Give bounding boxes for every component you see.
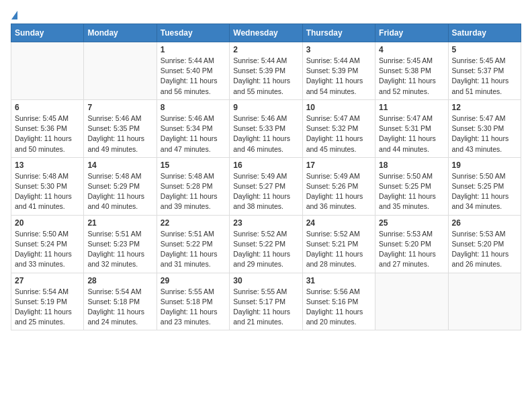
calendar-table: SundayMondayTuesdayWednesdayThursdayFrid…: [11, 24, 521, 330]
day-number: 15: [161, 161, 226, 170]
day-info: Sunrise: 5:45 AMSunset: 5:38 PMDaylight:…: [379, 56, 444, 97]
day-number: 9: [233, 103, 298, 112]
day-of-week-header: Wednesday: [230, 24, 302, 42]
calendar-day-cell: 18Sunrise: 5:50 AMSunset: 5:25 PMDayligh…: [375, 157, 448, 215]
calendar-header-row: SundayMondayTuesdayWednesdayThursdayFrid…: [11, 24, 521, 42]
calendar-week-row: 6Sunrise: 5:45 AMSunset: 5:36 PMDaylight…: [11, 99, 521, 157]
day-info: Sunrise: 5:52 AMSunset: 5:21 PMDaylight:…: [306, 229, 371, 270]
day-number: 12: [452, 103, 517, 112]
calendar-day-cell: 23Sunrise: 5:52 AMSunset: 5:22 PMDayligh…: [230, 215, 302, 273]
calendar-day-cell: 29Sunrise: 5:55 AMSunset: 5:18 PMDayligh…: [157, 273, 229, 330]
calendar-week-row: 20Sunrise: 5:50 AMSunset: 5:24 PMDayligh…: [11, 215, 521, 273]
calendar-day-cell: 3Sunrise: 5:44 AMSunset: 5:39 PMDaylight…: [302, 42, 375, 100]
day-number: 4: [379, 45, 444, 54]
day-info: Sunrise: 5:49 AMSunset: 5:26 PMDaylight:…: [306, 171, 371, 212]
day-of-week-header: Sunday: [11, 24, 84, 42]
calendar-day-cell: 27Sunrise: 5:54 AMSunset: 5:19 PMDayligh…: [11, 273, 84, 330]
day-number: 22: [161, 218, 226, 228]
day-number: 8: [161, 103, 226, 112]
day-of-week-header: Monday: [84, 24, 157, 42]
day-number: 5: [452, 45, 517, 54]
calendar-day-cell: 22Sunrise: 5:51 AMSunset: 5:22 PMDayligh…: [157, 215, 229, 273]
calendar-day-cell: 28Sunrise: 5:54 AMSunset: 5:18 PMDayligh…: [84, 273, 157, 330]
calendar-day-cell: 8Sunrise: 5:46 AMSunset: 5:34 PMDaylight…: [157, 99, 229, 157]
calendar-day-cell: 9Sunrise: 5:46 AMSunset: 5:33 PMDaylight…: [230, 99, 302, 157]
day-number: 7: [87, 103, 152, 112]
logo-triangle-icon: [11, 11, 17, 19]
day-info: Sunrise: 5:48 AMSunset: 5:28 PMDaylight:…: [161, 171, 226, 212]
calendar-day-cell: 15Sunrise: 5:48 AMSunset: 5:28 PMDayligh…: [157, 157, 229, 215]
day-info: Sunrise: 5:46 AMSunset: 5:35 PMDaylight:…: [87, 113, 152, 154]
day-number: 25: [379, 218, 444, 228]
calendar-day-cell: 4Sunrise: 5:45 AMSunset: 5:38 PMDaylight…: [375, 42, 448, 100]
day-number: 17: [306, 161, 371, 170]
day-info: Sunrise: 5:45 AMSunset: 5:37 PMDaylight:…: [452, 56, 517, 97]
day-info: Sunrise: 5:48 AMSunset: 5:29 PMDaylight:…: [87, 171, 152, 212]
calendar-day-cell: [11, 42, 84, 100]
day-number: 21: [87, 218, 152, 228]
calendar-day-cell: 10Sunrise: 5:47 AMSunset: 5:32 PMDayligh…: [302, 99, 375, 157]
day-of-week-header: Tuesday: [157, 24, 229, 42]
day-info: Sunrise: 5:51 AMSunset: 5:22 PMDaylight:…: [161, 229, 226, 270]
day-number: 1: [161, 45, 226, 54]
day-number: 16: [233, 161, 298, 170]
day-number: 30: [233, 276, 298, 285]
day-number: 10: [306, 103, 371, 112]
day-number: 23: [233, 218, 298, 228]
day-number: 31: [306, 276, 371, 285]
logo: [11, 11, 17, 21]
day-number: 18: [379, 161, 444, 170]
day-of-week-header: Friday: [375, 24, 448, 42]
calendar-day-cell: 16Sunrise: 5:49 AMSunset: 5:27 PMDayligh…: [230, 157, 302, 215]
day-info: Sunrise: 5:55 AMSunset: 5:17 PMDaylight:…: [233, 287, 298, 328]
calendar-day-cell: 13Sunrise: 5:48 AMSunset: 5:30 PMDayligh…: [11, 157, 84, 215]
calendar-day-cell: 6Sunrise: 5:45 AMSunset: 5:36 PMDaylight…: [11, 99, 84, 157]
calendar-day-cell: 17Sunrise: 5:49 AMSunset: 5:26 PMDayligh…: [302, 157, 375, 215]
day-info: Sunrise: 5:53 AMSunset: 5:20 PMDaylight:…: [452, 229, 517, 270]
calendar-day-cell: 12Sunrise: 5:47 AMSunset: 5:30 PMDayligh…: [448, 99, 521, 157]
day-info: Sunrise: 5:47 AMSunset: 5:30 PMDaylight:…: [452, 113, 517, 154]
calendar-day-cell: 14Sunrise: 5:48 AMSunset: 5:29 PMDayligh…: [84, 157, 157, 215]
calendar-day-cell: [375, 273, 448, 330]
calendar-day-cell: 5Sunrise: 5:45 AMSunset: 5:37 PMDaylight…: [448, 42, 521, 100]
day-info: Sunrise: 5:50 AMSunset: 5:25 PMDaylight:…: [452, 171, 517, 212]
day-number: 6: [15, 103, 80, 112]
day-number: 26: [452, 218, 517, 228]
day-number: 19: [452, 161, 517, 170]
calendar-day-cell: 20Sunrise: 5:50 AMSunset: 5:24 PMDayligh…: [11, 215, 84, 273]
calendar-day-cell: 31Sunrise: 5:56 AMSunset: 5:16 PMDayligh…: [302, 273, 375, 330]
calendar-day-cell: 30Sunrise: 5:55 AMSunset: 5:17 PMDayligh…: [230, 273, 302, 330]
day-info: Sunrise: 5:47 AMSunset: 5:32 PMDaylight:…: [306, 113, 371, 154]
day-info: Sunrise: 5:51 AMSunset: 5:23 PMDaylight:…: [87, 229, 152, 270]
day-number: 29: [161, 276, 226, 285]
calendar-day-cell: [84, 42, 157, 100]
calendar-day-cell: 21Sunrise: 5:51 AMSunset: 5:23 PMDayligh…: [84, 215, 157, 273]
day-info: Sunrise: 5:48 AMSunset: 5:30 PMDaylight:…: [15, 171, 80, 212]
day-number: 11: [379, 103, 444, 112]
calendar-week-row: 13Sunrise: 5:48 AMSunset: 5:30 PMDayligh…: [11, 157, 521, 215]
day-number: 27: [15, 276, 80, 285]
calendar-day-cell: 26Sunrise: 5:53 AMSunset: 5:20 PMDayligh…: [448, 215, 521, 273]
day-info: Sunrise: 5:47 AMSunset: 5:31 PMDaylight:…: [379, 113, 444, 154]
day-number: 28: [87, 276, 152, 285]
calendar-day-cell: [448, 273, 521, 330]
day-info: Sunrise: 5:44 AMSunset: 5:39 PMDaylight:…: [233, 56, 298, 97]
calendar-day-cell: 24Sunrise: 5:52 AMSunset: 5:21 PMDayligh…: [302, 215, 375, 273]
calendar-week-row: 27Sunrise: 5:54 AMSunset: 5:19 PMDayligh…: [11, 273, 521, 330]
day-info: Sunrise: 5:54 AMSunset: 5:19 PMDaylight:…: [15, 287, 80, 328]
day-info: Sunrise: 5:50 AMSunset: 5:24 PMDaylight:…: [15, 229, 80, 270]
day-info: Sunrise: 5:46 AMSunset: 5:33 PMDaylight:…: [233, 113, 298, 154]
day-info: Sunrise: 5:54 AMSunset: 5:18 PMDaylight:…: [87, 287, 152, 328]
day-info: Sunrise: 5:56 AMSunset: 5:16 PMDaylight:…: [306, 287, 371, 328]
day-info: Sunrise: 5:44 AMSunset: 5:39 PMDaylight:…: [306, 56, 371, 97]
calendar-day-cell: 7Sunrise: 5:46 AMSunset: 5:35 PMDaylight…: [84, 99, 157, 157]
day-number: 14: [87, 161, 152, 170]
calendar-day-cell: 11Sunrise: 5:47 AMSunset: 5:31 PMDayligh…: [375, 99, 448, 157]
calendar-day-cell: 25Sunrise: 5:53 AMSunset: 5:20 PMDayligh…: [375, 215, 448, 273]
page-header: [11, 11, 521, 21]
calendar-week-row: 1Sunrise: 5:44 AMSunset: 5:40 PMDaylight…: [11, 42, 521, 100]
calendar-day-cell: 19Sunrise: 5:50 AMSunset: 5:25 PMDayligh…: [448, 157, 521, 215]
day-info: Sunrise: 5:52 AMSunset: 5:22 PMDaylight:…: [233, 229, 298, 270]
day-info: Sunrise: 5:49 AMSunset: 5:27 PMDaylight:…: [233, 171, 298, 212]
day-info: Sunrise: 5:46 AMSunset: 5:34 PMDaylight:…: [161, 113, 226, 154]
